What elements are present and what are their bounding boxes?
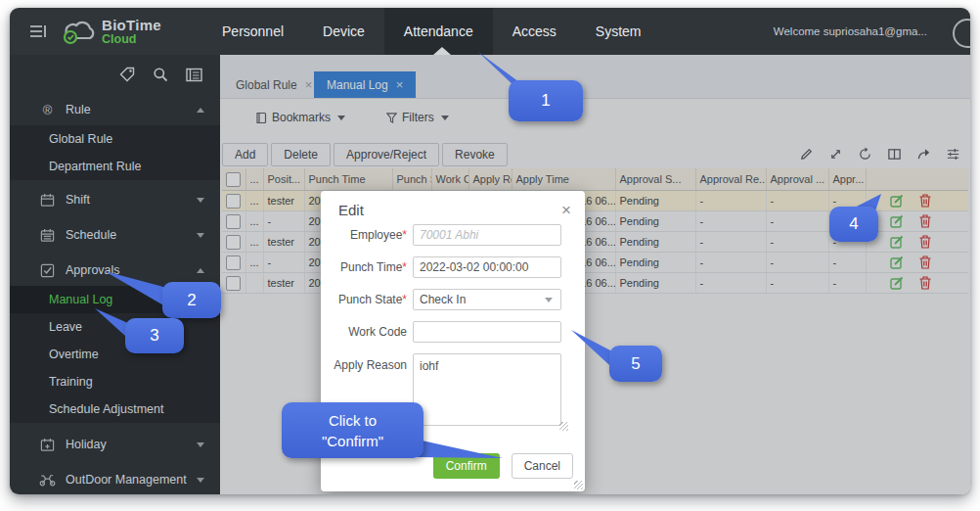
callout-number: 4 — [849, 214, 858, 234]
registered-icon: ® — [39, 103, 56, 117]
punch-time-label: Punch Time* — [321, 260, 407, 274]
sidebar-item-label: Approvals — [66, 263, 120, 277]
sidebar-toolbar — [10, 55, 220, 94]
punch-state-select[interactable]: Check In — [413, 289, 561, 310]
checkbox-check-icon — [39, 263, 56, 278]
close-icon[interactable]: × — [561, 202, 571, 218]
sidebar-subitem-label: Department Rule — [49, 160, 142, 173]
dialog-title: Edit — [338, 202, 364, 218]
nav-item-system[interactable]: System — [576, 8, 661, 55]
click-to-confirm-note: Click to "Confirm" — [282, 402, 423, 458]
work-code-label: Work Code — [321, 325, 407, 339]
sidebar-subitem-schedule-adjustment[interactable]: Schedule Adjustment — [10, 395, 220, 423]
calendar-grid-icon — [39, 228, 56, 243]
biotime-cloud-logo: BioTime Cloud — [61, 17, 161, 46]
sidebar-item-schedule[interactable]: Schedule — [10, 219, 220, 251]
callout-number: 3 — [150, 326, 158, 346]
callout-4-edit-icon: 4 — [829, 207, 878, 242]
callout-number: 1 — [541, 91, 550, 111]
nav-item-access[interactable]: Access — [493, 8, 576, 55]
callout-2-approvals: 2 — [162, 282, 221, 318]
sidebar-item-label: OutDoor Management — [66, 473, 187, 487]
chevron-down-icon — [197, 233, 204, 238]
note-line1: Click to — [329, 410, 377, 431]
chevron-up-icon — [197, 108, 204, 113]
callout-5-dialog: 5 — [609, 346, 662, 382]
required-mark: * — [402, 260, 407, 274]
sidebar-subitem-overtime[interactable]: Overtime — [10, 341, 220, 368]
employee-label: Employee* — [321, 228, 407, 242]
sidebar-item-label: Rule — [66, 103, 91, 116]
list-panel-icon[interactable] — [186, 68, 202, 82]
nav-item-device[interactable]: Device — [303, 8, 384, 55]
chevron-down-icon — [545, 298, 553, 302]
nav-item-personnel[interactable]: Personnel — [202, 8, 303, 55]
punch-state-value: Check In — [420, 293, 466, 306]
sidebar-item-outdoor-management[interactable]: OutDoor Management — [10, 464, 220, 494]
sidebar-item-holiday[interactable]: Holiday — [10, 429, 220, 460]
sidebar-subitem-global-rule[interactable]: Global Rule — [10, 125, 220, 153]
calendar-plus-icon — [39, 438, 56, 452]
sidebar-subitem-label: Global Rule — [49, 132, 112, 146]
sidebar-item-label: Shift — [66, 193, 90, 207]
employee-field[interactable] — [413, 224, 561, 246]
logo-text-cloud: Cloud — [102, 33, 161, 46]
callout-number: 2 — [187, 291, 196, 310]
callout-number: 5 — [631, 354, 640, 374]
sidebar-item-rule[interactable]: ® Rule — [10, 94, 220, 125]
active-nav-pointer — [433, 47, 451, 55]
punch-state-label: Punch State* — [321, 293, 407, 306]
note-line2: "Confirm" — [322, 431, 383, 451]
sidebar-subitem-label: Schedule Adjustment — [49, 402, 163, 416]
sidebar-subitem-label: Manual Log — [49, 293, 112, 306]
cancel-button[interactable]: Cancel — [512, 453, 573, 479]
textarea-resize-handle[interactable] — [559, 422, 568, 431]
sidebar-item-label: Schedule — [66, 228, 116, 242]
apply-reason-label: Apply Reason — [321, 358, 407, 372]
confirm-button[interactable]: Confirm — [433, 453, 500, 479]
menu-collapse-icon[interactable] — [29, 24, 47, 38]
sidebar-subitem-label: Leave — [49, 320, 82, 334]
dialog-resize-handle[interactable] — [574, 481, 583, 489]
sidebar-item-label: Holiday — [66, 438, 107, 451]
chevron-down-icon — [197, 198, 204, 203]
cloud-logo-icon — [61, 17, 98, 46]
calendar-icon — [39, 193, 56, 208]
avatar[interactable] — [953, 19, 970, 48]
search-icon[interactable] — [153, 67, 168, 82]
apply-reason-field[interactable]: iohf — [413, 353, 561, 426]
logo-text-biotime: BioTime — [102, 18, 161, 32]
work-code-field[interactable] — [413, 321, 561, 343]
app-window: BioTime Cloud Personnel Device Attendanc… — [10, 8, 970, 494]
chevron-up-icon — [197, 268, 204, 273]
required-mark: * — [402, 228, 407, 242]
sidebar-subitem-label: Overtime — [49, 348, 99, 361]
top-nav: BioTime Cloud Personnel Device Attendanc… — [10, 8, 970, 55]
tag-icon[interactable] — [119, 67, 135, 82]
nav-menu: Personnel Device Attendance Access Syste… — [202, 8, 661, 55]
welcome-user-text: Welcome supriosaha1@gma... — [774, 8, 927, 55]
scooter-icon — [39, 473, 56, 487]
chevron-down-icon — [197, 478, 204, 483]
sidebar: ® Rule Global Rule Department Rule Shift — [10, 55, 220, 494]
sidebar-item-shift[interactable]: Shift — [10, 184, 220, 215]
sidebar-subitem-label: Training — [49, 375, 93, 389]
callout-1-attendance: 1 — [509, 80, 583, 121]
screenshot-canvas: BioTime Cloud Personnel Device Attendanc… — [0, 0, 980, 511]
chevron-down-icon — [197, 442, 204, 447]
callout-3-manual-log: 3 — [125, 318, 184, 353]
sidebar-subitem-department-rule[interactable]: Department Rule — [10, 153, 220, 180]
required-mark: * — [402, 293, 407, 306]
punch-time-field[interactable] — [413, 256, 561, 278]
sidebar-subitem-training[interactable]: Training — [10, 368, 220, 395]
